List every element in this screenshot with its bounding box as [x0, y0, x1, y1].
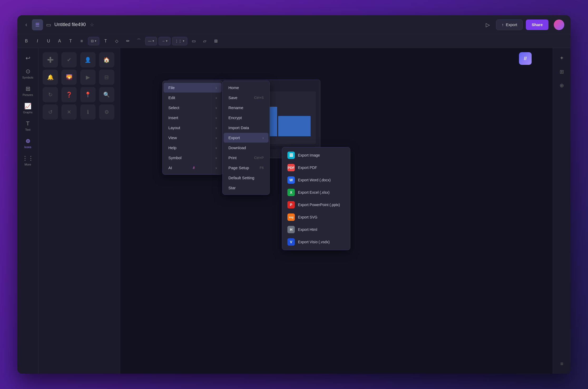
icon-cell-settings[interactable]: ⚙: [99, 104, 114, 120]
export-pdf[interactable]: PDF Export PDF: [283, 162, 349, 174]
export-button[interactable]: ↑ Export: [496, 20, 523, 30]
sidebar-item-graphs[interactable]: 📈 Graphs: [19, 100, 36, 116]
shape-button[interactable]: ◇: [112, 36, 121, 46]
menu-item-file[interactable]: File ›: [164, 83, 222, 93]
icon-cell-undo[interactable]: ↺: [43, 104, 58, 120]
main-menu[interactable]: File › Edit › Select › Insert ›: [162, 81, 223, 175]
file-menu-save[interactable]: Save Ctrl+S: [224, 93, 268, 103]
underline-button[interactable]: U: [44, 36, 53, 46]
play-button[interactable]: ▷: [482, 20, 493, 30]
rect-button[interactable]: ▭: [189, 36, 198, 46]
export-powerpoint-icon: P: [287, 201, 295, 208]
export-submenu[interactable]: 🖼 Export Image PDF Export PDF W Export W…: [282, 147, 350, 250]
icon-cell-info[interactable]: ℹ: [80, 104, 96, 120]
sidebar-item-text[interactable]: T Text: [19, 118, 36, 134]
arrow-dropdown[interactable]: → ▾: [159, 37, 170, 45]
export-powerpoint[interactable]: P Export PowerPoint (.pptx): [283, 199, 349, 211]
icon-cell-pin[interactable]: 📍: [80, 87, 96, 102]
icon-cell-plus[interactable]: ➕: [43, 52, 58, 67]
italic-button[interactable]: I: [33, 36, 42, 46]
sidebar-item-icons[interactable]: ⊕ Icons: [19, 135, 36, 151]
icon-cell-help[interactable]: ❓: [61, 87, 77, 102]
hamburger-icon: ☰: [35, 22, 40, 28]
arrow-icon: ›: [215, 96, 217, 100]
menu-item-help[interactable]: Help ›: [164, 143, 222, 153]
menu-item-edit[interactable]: Edit ›: [164, 93, 222, 103]
export-pdf-icon: PDF: [287, 164, 295, 171]
icon-cell-play[interactable]: ▶: [80, 70, 96, 85]
export-excel[interactable]: X Export Excel (.xlsx): [283, 186, 349, 198]
icon-cell-close[interactable]: ✕: [61, 104, 77, 120]
export-excel-icon: X: [287, 189, 295, 196]
undo-icon: ↩: [26, 55, 30, 62]
curve-button[interactable]: ⌒: [134, 36, 144, 46]
right-btn-layout[interactable]: ⊕: [556, 80, 568, 91]
sidebar-label-pictures: Pictures: [23, 93, 33, 96]
export-word[interactable]: W Export Word (.docx): [283, 174, 349, 186]
menu-item-view[interactable]: View ›: [164, 133, 222, 143]
sidebar-label-symbols: Symbols: [22, 76, 33, 79]
icon-cell-check[interactable]: ✔: [61, 52, 77, 67]
pictures-icon: ⊞: [26, 85, 30, 92]
menu-item-insert[interactable]: Insert ›: [164, 113, 222, 123]
document-title: Untitled file490: [54, 22, 86, 27]
text-style-button[interactable]: T: [66, 36, 75, 46]
icon-cell-person[interactable]: 👤: [80, 52, 96, 67]
save-shortcut: Ctrl+S: [254, 96, 264, 100]
file-menu-import[interactable]: Import Data: [224, 123, 268, 133]
align-button[interactable]: ≡: [77, 36, 86, 46]
ai-badge[interactable]: //: [519, 52, 532, 65]
back-button[interactable]: ‹: [24, 20, 29, 30]
export-html[interactable]: H Export Html: [283, 223, 349, 236]
sidebar-item-symbols[interactable]: ⊙ Symbols: [19, 65, 36, 82]
export-image[interactable]: 🖼 Export Image: [283, 149, 349, 161]
rect2-button[interactable]: ▱: [200, 36, 209, 46]
export-icon: ↑: [502, 22, 504, 27]
right-btn-sparkle[interactable]: ✦: [556, 52, 568, 64]
right-sidebar: ✦ ⊞ ⊕ ≡: [553, 48, 571, 374]
file-menu-print[interactable]: Print Ctrl+P: [224, 153, 268, 163]
table-button[interactable]: ⊞: [211, 36, 220, 46]
file-menu-download[interactable]: Download: [224, 143, 268, 153]
file-menu-pagesetup[interactable]: Page Setup F6: [224, 163, 268, 173]
line-dropdown[interactable]: — ▾: [145, 37, 157, 45]
grid-dropdown[interactable]: ⋮⋮ ▾: [172, 37, 187, 45]
file-menu-star[interactable]: Star: [224, 183, 268, 193]
avatar[interactable]: [554, 20, 564, 30]
file-menu-home[interactable]: Home: [224, 83, 268, 93]
canvas-area[interactable]: // category2: [120, 48, 553, 374]
export-visio[interactable]: V Export Visio (.vsdx): [283, 236, 349, 248]
bold-button[interactable]: B: [22, 36, 31, 46]
menu-item-layout[interactable]: Layout ›: [164, 123, 222, 133]
sidebar-item-pictures[interactable]: ⊞ Pictures: [19, 83, 36, 99]
export-svg[interactable]: svg Export SVG: [283, 211, 349, 223]
file-menu-encrypt[interactable]: Encrypt: [224, 113, 268, 123]
align-dropdown[interactable]: ⊟ ▾: [88, 37, 99, 45]
right-btn-properties[interactable]: ≡: [556, 358, 568, 369]
icon-cell-refresh[interactable]: ↻: [43, 87, 58, 102]
file-menu-rename[interactable]: Rename: [224, 103, 268, 113]
sidebar-item-more[interactable]: ⋮⋮ More: [19, 152, 36, 169]
icon-cell-image[interactable]: 🌄: [61, 70, 77, 85]
more-icon: ⋮⋮: [22, 155, 34, 162]
file-submenu[interactable]: Home Save Ctrl+S Rename Encrypt Import D…: [222, 81, 270, 195]
icon-cell-grid[interactable]: ⊟: [99, 70, 114, 85]
text-format-button[interactable]: T: [101, 36, 110, 46]
pen-button[interactable]: ✏: [123, 36, 133, 46]
star-icon[interactable]: ☆: [90, 22, 94, 28]
icon-cell-home[interactable]: 🏠: [99, 52, 114, 67]
file-icon: ▭: [46, 22, 51, 28]
sidebar-label-text: Text: [25, 128, 30, 131]
font-color-button[interactable]: A: [55, 36, 64, 46]
right-btn-import[interactable]: ⊞: [556, 66, 568, 77]
icon-cell-search[interactable]: 🔍: [99, 87, 114, 102]
share-button[interactable]: Share: [526, 20, 548, 30]
menu-item-symbol[interactable]: Symbol ›: [164, 153, 222, 163]
icon-cell-bell[interactable]: 🔔: [43, 70, 58, 85]
menu-item-select[interactable]: Select ›: [164, 103, 222, 113]
sidebar-item-undo[interactable]: ↩: [19, 52, 36, 64]
menu-item-ai[interactable]: AI // ›: [164, 163, 222, 173]
file-menu-export[interactable]: Export ›: [224, 133, 268, 143]
file-menu-default[interactable]: Default Setting: [224, 173, 268, 183]
menu-button[interactable]: ☰: [32, 19, 43, 30]
